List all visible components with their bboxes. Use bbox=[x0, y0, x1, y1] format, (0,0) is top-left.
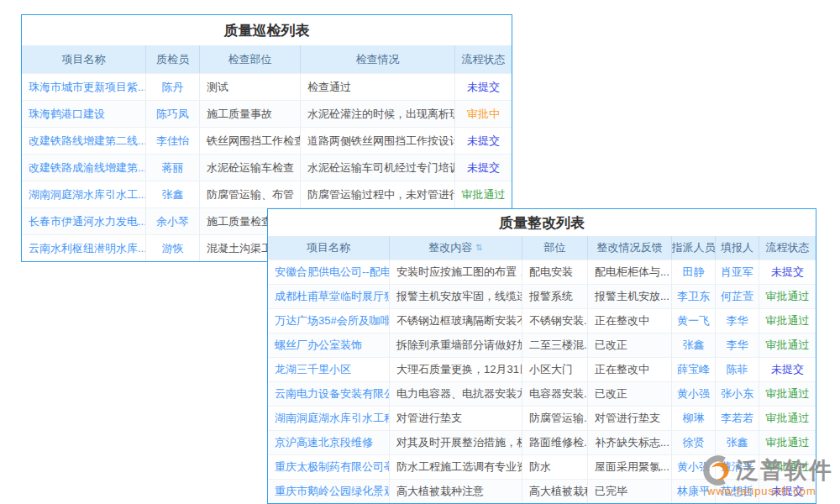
rectify-content-cell: 电力电容器、电抗器安装方案,... bbox=[390, 382, 522, 406]
project-name-link[interactable]: 云南电力设备安装有限公司20... bbox=[268, 382, 390, 406]
flow-status-badge: 未提交 bbox=[455, 155, 512, 181]
flow-status-badge: 审批通过 bbox=[759, 285, 816, 308]
assignee-link[interactable]: 李卫东 bbox=[672, 285, 716, 308]
sort-icon[interactable]: ⇅ bbox=[475, 244, 482, 252]
reporter-link[interactable]: 张鑫 bbox=[716, 431, 759, 454]
table-row[interactable]: 珠海鹤港口建设 陈巧凤 施工质量事故 水泥砼灌注的时候，出现离析现象 审批中 bbox=[22, 100, 512, 127]
column-header-project-name: 项目名称 bbox=[268, 236, 390, 260]
project-name-link[interactable]: 改建铁路成渝线增建第... bbox=[22, 155, 146, 181]
flow-status-badge: 审批通过 bbox=[759, 382, 816, 406]
table-row[interactable]: 螺丝厂办公室装饰 拆除到承重墙部分请做好加固... 二至三楼混... 已改正 张… bbox=[268, 333, 816, 357]
project-name-link[interactable]: 螺丝厂办公室装饰 bbox=[268, 333, 390, 357]
inspection-part-cell: 铁丝网围挡工作检查 bbox=[200, 128, 301, 154]
column-header-inspection-situation: 检查情况 bbox=[301, 45, 455, 73]
assignee-link[interactable]: 薛宝峰 bbox=[672, 358, 716, 381]
reporter-link[interactable]: 何芷萱 bbox=[716, 285, 759, 308]
feedback-cell: 配电柜柜体与... bbox=[588, 260, 672, 284]
column-header-assignee: 指派人员 bbox=[672, 236, 716, 260]
rectify-content-cell: 大理石质量更换，12月31日之... bbox=[390, 358, 522, 381]
assignee-link[interactable]: 黄小强 bbox=[672, 382, 716, 406]
table-row[interactable]: 龙湖三千里小区 大理石质量更换，12月31日之... 小区大门 正在整改中 薛宝… bbox=[268, 357, 816, 381]
reporter-link[interactable]: 陈菲 bbox=[716, 358, 759, 381]
inspector-link[interactable]: 李佳怡 bbox=[146, 128, 200, 154]
column-header-inspection-part: 检查部位 bbox=[200, 45, 301, 73]
project-name-link[interactable]: 安徽合肥供电公司--配电设备... bbox=[268, 260, 390, 284]
flow-status-badge: 未提交 bbox=[759, 358, 816, 381]
inspection-situation-cell: 水泥砼运输车司机经过专门培训... bbox=[301, 155, 455, 181]
part-cell: 二至三楼混... bbox=[522, 333, 588, 357]
assignee-link[interactable]: 田静 bbox=[672, 260, 716, 284]
project-name-link[interactable]: 珠海市城市更新项目紫... bbox=[22, 74, 146, 100]
table-row[interactable]: 万达广场35#会所及咖啡厅空... 不锈钢边框玻璃隔断安装不牢... 不锈钢安装… bbox=[268, 308, 816, 333]
project-name-link[interactable]: 改建铁路线增建第二线... bbox=[22, 128, 146, 154]
table-row[interactable]: 改建铁路成渝线增建第... 蒋丽 水泥砼运输车检查 水泥砼运输车司机经过专门培训… bbox=[22, 154, 512, 181]
assignee-link[interactable]: 张鑫 bbox=[672, 333, 716, 357]
assignee-link[interactable]: 柳琳 bbox=[672, 407, 716, 430]
inspection-table-title: 质量巡检列表 bbox=[22, 15, 512, 45]
flow-status-badge: 审批通过 bbox=[759, 407, 816, 430]
table-row[interactable]: 安徽合肥供电公司--配电设备... 安装时应按施工图的布置，将... 配电安装 … bbox=[268, 260, 816, 284]
reporter-link[interactable]: 李若若 bbox=[716, 407, 759, 430]
rectify-content-cell: 不锈钢边框玻璃隔断安装不牢... bbox=[390, 309, 522, 333]
project-name-link[interactable]: 万达广场35#会所及咖啡厅空... bbox=[268, 309, 390, 333]
table-row[interactable]: 珠海市城市更新项目紫... 陈丹 测试 检查通过 未提交 bbox=[22, 73, 512, 100]
inspection-part-cell: 水泥砼运输车检查 bbox=[200, 155, 301, 181]
column-header-rectify-content[interactable]: 整改内容 ⇅ bbox=[390, 236, 522, 260]
rectify-content-label: 整改内容 bbox=[428, 240, 472, 255]
flow-status-badge: 未提交 bbox=[455, 128, 512, 154]
inspector-link[interactable]: 余小琴 bbox=[146, 208, 200, 234]
assignee-link[interactable]: 徐贤 bbox=[672, 431, 716, 454]
rectify-content-cell: 安装时应按施工图的布置，将... bbox=[390, 260, 522, 284]
rectify-content-cell: 对其及时开展整治措施，桥头... bbox=[390, 431, 522, 454]
project-name-link[interactable]: 珠海鹤港口建设 bbox=[22, 101, 146, 127]
rectify-content-cell: 对管进行垫支 bbox=[390, 407, 522, 430]
inspector-link[interactable]: 蒋丽 bbox=[146, 155, 200, 181]
flow-status-badge: 审批中 bbox=[455, 101, 512, 127]
reporter-link[interactable]: 张小东 bbox=[716, 382, 759, 406]
inspection-part-cell: 防腐管运输、布管 bbox=[200, 181, 301, 207]
reporter-link[interactable]: 肖亚军 bbox=[716, 260, 759, 284]
feedback-cell: 已改正 bbox=[588, 382, 672, 406]
project-name-link[interactable]: 京沪高速北京段维修 bbox=[268, 431, 390, 454]
inspector-link[interactable]: 游恢 bbox=[146, 235, 200, 261]
inspector-link[interactable]: 陈巧凤 bbox=[146, 101, 200, 127]
project-name-link[interactable]: 湖南洞庭湖水库引水工程施工I标 bbox=[268, 407, 390, 430]
reporter-link[interactable]: 李华 bbox=[716, 309, 759, 333]
inspection-situation-cell: 防腐管运输过程中，未对管进行... bbox=[301, 181, 455, 207]
feedback-cell: 正在整改中 bbox=[588, 309, 672, 333]
table-row[interactable]: 湖南洞庭湖水库引水工... 张鑫 防腐管运输、布管 防腐管运输过程中，未对管进行… bbox=[22, 181, 512, 207]
rectification-table-title: 质量整改列表 bbox=[268, 209, 816, 236]
feedback-cell: 补齐缺失标志... bbox=[588, 431, 672, 454]
project-name-link[interactable]: 重庆市鹅岭公园绿化景观提升... bbox=[268, 480, 390, 503]
rectification-table-header: 项目名称 整改内容 ⇅ 部位 整改情况反馈 指派人员 填报人 流程状态 bbox=[268, 236, 816, 260]
project-name-link[interactable]: 湖南洞庭湖水库引水工... bbox=[22, 181, 146, 207]
feedback-cell: 已改正 bbox=[588, 333, 672, 357]
column-header-reporter: 填报人 bbox=[716, 236, 759, 260]
rectify-content-cell: 高大植被栽种注意 bbox=[390, 480, 522, 503]
feedback-cell: 正在整改中 bbox=[588, 358, 672, 381]
reporter-link[interactable]: 李华 bbox=[716, 333, 759, 357]
table-row[interactable]: 成都杜甫草堂临时展厅独立展... 报警主机安放牢固，线缆连接... 报警系统 报… bbox=[268, 284, 816, 308]
inspector-link[interactable]: 张鑫 bbox=[146, 181, 200, 207]
inspection-part-cell: 测试 bbox=[200, 74, 301, 100]
project-name-link[interactable]: 龙湖三千里小区 bbox=[268, 358, 390, 381]
table-row[interactable]: 京沪高速北京段维修 对其及时开展整治措施，桥头... 路面维修检... 补齐缺失… bbox=[268, 430, 816, 454]
column-header-feedback: 整改情况反馈 bbox=[588, 236, 672, 260]
project-name-link[interactable]: 成都杜甫草堂临时展厅独立展... bbox=[268, 285, 390, 308]
project-name-link[interactable]: 云南水利枢纽潜明水库... bbox=[22, 235, 146, 261]
part-cell: 电容器安装... bbox=[522, 382, 588, 406]
table-row[interactable]: 云南电力设备安装有限公司20... 电力电容器、电抗器安装方案,... 电容器安… bbox=[268, 381, 816, 406]
table-row[interactable]: 改建铁路线增建第二线... 李佳怡 铁丝网围挡工作检查 道路两侧铁丝网围挡工作按… bbox=[22, 127, 512, 154]
feedback-cell: 屋面采用聚氯... bbox=[588, 455, 672, 479]
fanpu-logo-icon bbox=[702, 454, 734, 486]
feedback-cell: 对管进行垫支 bbox=[588, 407, 672, 430]
column-header-project-name: 项目名称 bbox=[22, 45, 146, 73]
project-name-link[interactable]: 长春市伊通河水力发电... bbox=[22, 208, 146, 234]
project-name-link[interactable]: 重庆太极制药有限公司亳州中... bbox=[268, 455, 390, 479]
rectify-content-cell: 报警主机安放牢固，线缆连接... bbox=[390, 285, 522, 308]
inspector-link[interactable]: 陈丹 bbox=[146, 74, 200, 100]
assignee-link[interactable]: 黄一飞 bbox=[672, 309, 716, 333]
fanpu-watermark: 泛普软件 www.fanpusoft.com bbox=[702, 454, 833, 497]
table-row[interactable]: 湖南洞庭湖水库引水工程施工I标 对管进行垫支 防腐管运输... 对管进行垫支 柳… bbox=[268, 406, 816, 430]
inspection-situation-cell: 水泥砼灌注的时候，出现离析现象 bbox=[301, 101, 455, 127]
